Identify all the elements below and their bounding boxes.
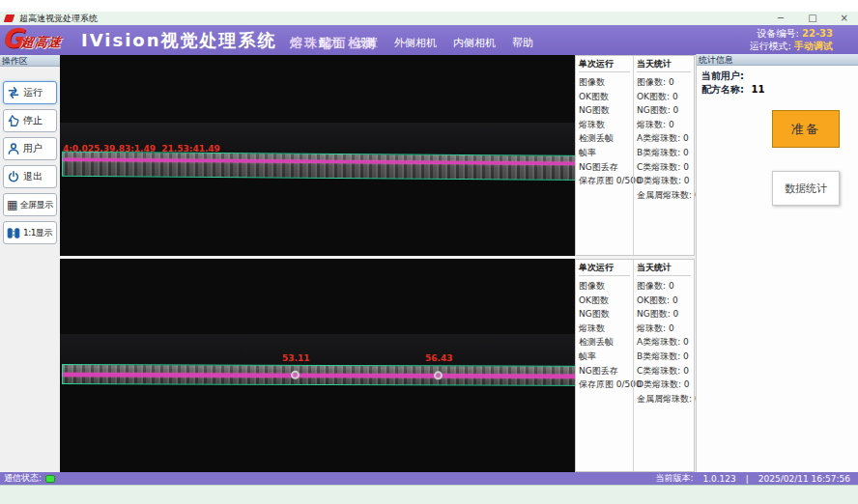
version-value: 1.0.123 (702, 474, 735, 484)
fullscreen-grid-icon: ▦ (7, 199, 17, 210)
sidebar-title: 操作区 (0, 55, 60, 67)
daily-stats-title: 当天统计 (637, 58, 691, 72)
data-statistics-button[interactable]: 数据统计 (772, 171, 840, 206)
weld-bead-roi (62, 364, 628, 386)
stat-row: NG图数: 0 (637, 103, 691, 118)
device-info: 设备编号: 22-33 运行模式: 手动调试 (749, 27, 833, 52)
stat-row: A类熔珠数: 0 (637, 131, 691, 146)
camera-view-inner[interactable]: 53.11 56.43 (60, 259, 634, 472)
bead-texture (63, 153, 629, 181)
daily-stats-rows: 图像数: 0OK图数: 0NG图数: 0熔珠数: 0A类熔珠数: 0B类熔珠数:… (637, 279, 691, 406)
status-bar: 通信状态: 当前版本: 1.0.123 | 2025/02/11 16:57:5… (0, 472, 858, 485)
window-title: 超高速视觉处理系统 (19, 13, 98, 25)
stat-row: 帧率 (579, 350, 630, 364)
title-bar: 超高速视觉处理系统 − □ × (0, 12, 858, 25)
close-button[interactable]: × (841, 14, 848, 23)
menu-item[interactable]: 帮助 (512, 36, 533, 50)
exit-button[interactable]: 退出 (3, 165, 57, 188)
one-to-one-icon (7, 227, 20, 239)
user-icon (7, 142, 20, 155)
stat-row: 图像数: 0 (637, 279, 691, 294)
single-run-rows: 图像数OK图数NG图数熔珠数检测丢帧帧率NG图丢存 (579, 75, 630, 174)
stat-row: 图像数 (579, 279, 630, 294)
stat-row: OK图数 (579, 294, 630, 308)
recipe-name-value: 11 (751, 84, 764, 95)
version-label: 当前版本: (655, 472, 693, 485)
stat-row: 图像数 (579, 75, 630, 90)
user-button[interactable]: 用户 (3, 137, 57, 160)
fullscreen-button-label: 全屏显示 (20, 199, 53, 211)
stats-panel-bottom: 单次运行 图像数OK图数NG图数熔珠数检测丢帧帧率NG图丢存 保存原图 0/50… (575, 259, 695, 472)
run-sync-arrows-icon (7, 86, 20, 99)
menu-item[interactable]: 内侧相机 (453, 36, 496, 50)
single-run-column: 单次运行 图像数OK图数NG图数熔珠数检测丢帧帧率NG图丢存 保存原图 0/50… (576, 260, 633, 471)
menu-item[interactable]: 配方 (319, 36, 340, 50)
status-separator: | (746, 474, 749, 484)
daily-stats-column: 当天统计 图像数: 0OK图数: 0NG图数: 0熔珠数: 0A类熔珠数: 0B… (633, 260, 694, 471)
stat-row: 金属屑熔珠数: 0 (637, 392, 691, 406)
minimize-button[interactable]: − (777, 14, 785, 23)
stop-button[interactable]: 停止 (3, 109, 57, 132)
stat-row: NG图丢存 (579, 364, 630, 378)
stat-row: 熔珠数 (579, 118, 630, 132)
save-raw-row: 保存原图 0/500 (579, 378, 630, 392)
stat-row: C类熔珠数: 0 (637, 160, 691, 175)
stat-row: OK图数: 0 (637, 90, 691, 104)
app-title: IVision视觉处理系统 (81, 29, 277, 52)
power-icon (7, 170, 20, 183)
defect-marker-icon (291, 371, 300, 379)
one-to-one-button-label: 1:1显示 (23, 227, 52, 239)
stat-row: B类熔珠数: 0 (637, 146, 691, 160)
one-to-one-button[interactable]: 1:1显示 (3, 221, 57, 244)
menu-item[interactable]: 外侧相机 (394, 36, 437, 50)
main-area: 操作区 运行 停止 (0, 55, 858, 472)
run-button[interactable]: 运行 (3, 81, 57, 104)
stat-row: 熔珠数 (579, 322, 630, 336)
stat-row: C类熔珠数: 0 (637, 364, 691, 378)
stat-row: 检测丢帧 (579, 335, 630, 350)
current-user-row: 当前用户: (701, 70, 748, 83)
stat-row: A类熔珠数: 0 (637, 335, 691, 350)
fullscreen-button[interactable]: ▦ 全屏显示 (3, 193, 57, 216)
stop-hand-icon (7, 114, 20, 127)
stat-row: NG图丢存 (579, 160, 630, 175)
stat-row: 熔珠数: 0 (637, 322, 691, 336)
stat-row: D类熔珠数: 0 (637, 378, 691, 392)
single-run-title: 单次运行 (579, 58, 630, 72)
app-window: 超高速视觉处理系统 − □ × G 超高速 IVision视觉处理系统 熔珠端面… (0, 0, 858, 504)
weld-bead-roi (62, 152, 630, 182)
measurement-label: 56.43 (425, 353, 452, 363)
prepare-button[interactable]: 准备 (772, 110, 840, 148)
defect-marker-icon (434, 371, 443, 379)
single-run-rows: 图像数OK图数NG图数熔珠数检测丢帧帧率NG图丢存 (579, 279, 630, 378)
window-controls: − □ × (777, 12, 848, 25)
stat-row: 熔珠数: 0 (637, 118, 691, 132)
run-button-label: 运行 (23, 86, 43, 99)
info-panel: 统计信息 当前用户: 配方名称: 11 准备 数据统计 (696, 54, 858, 472)
single-run-column: 单次运行 图像数OK图数NG图数熔珠数检测丢帧帧率NG图丢存 保存原图 0/50… (576, 56, 633, 255)
stat-row: B类熔珠数: 0 (637, 350, 691, 364)
stats-panel-top: 单次运行 图像数OK图数NG图数熔珠数检测丢帧帧率NG图丢存 保存原图 0/50… (575, 55, 695, 256)
app-logo-icon (4, 14, 15, 22)
comm-status-led-icon (45, 475, 55, 483)
device-number-value: 22-33 (802, 28, 833, 39)
current-user-label: 当前用户: (701, 70, 744, 81)
status-datetime: 2025/02/11 16:57:56 (758, 474, 850, 484)
run-mode-label: 运行模式: (749, 41, 790, 51)
user-button-label: 用户 (23, 142, 43, 155)
camera-view-outer[interactable]: 4:0.025,39.83:1.49 21.53:41.49 (60, 55, 634, 256)
operation-sidebar: 操作区 运行 停止 (0, 55, 60, 472)
stop-button-label: 停止 (23, 114, 43, 127)
menu-item[interactable]: 设置 (357, 36, 378, 50)
stat-row: OK图数: 0 (637, 294, 691, 308)
desktop-strip (0, 485, 858, 504)
stat-row: NG图数: 0 (637, 307, 691, 322)
stat-row: 帧率 (579, 146, 630, 160)
daily-stats-title: 当天统计 (637, 262, 691, 276)
restore-button[interactable]: □ (808, 14, 816, 23)
stat-row: OK图数 (579, 90, 630, 104)
device-number-label: 设备编号: (757, 28, 798, 39)
stat-row: D类熔珠数: 0 (637, 174, 691, 188)
stat-row: 检测丢帧 (579, 131, 630, 146)
stat-row: 金属屑熔珠数: 0 (637, 188, 691, 203)
